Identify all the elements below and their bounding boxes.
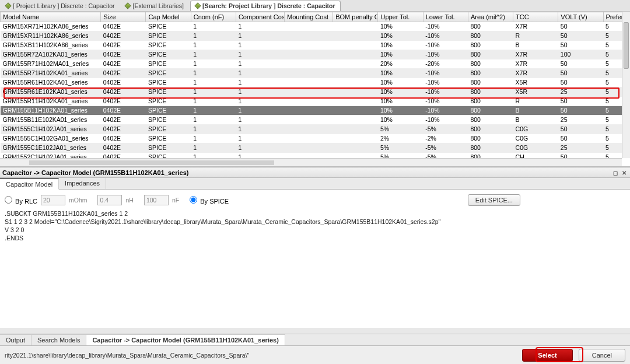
- undock-icon[interactable]: ◻: [612, 170, 619, 176]
- vertical-scrollbar[interactable]: [622, 12, 630, 158]
- top-tab[interactable]: [ Project Library ] Discrete : Capacitor: [1, 1, 119, 11]
- column-header[interactable]: Cap Model: [146, 12, 191, 22]
- radio-by-spice[interactable]: By SPICE: [190, 196, 229, 205]
- top-tab[interactable]: [External Libraries]: [121, 1, 188, 11]
- l-input: [97, 195, 122, 205]
- column-header[interactable]: Cnom (nF): [191, 12, 236, 22]
- table-row[interactable]: GRM155R61E102KA01_series0402ESPICE1110%-…: [1, 88, 622, 97]
- detail-panel: Capacitor -> Capacitor Model (GRM155B11H…: [0, 167, 630, 328]
- bottom-tab-bar: Output Search Models Capacitor -> Capaci…: [0, 334, 630, 345]
- horizontal-scrollbar[interactable]: [0, 158, 622, 166]
- column-header[interactable]: VOLT (V): [558, 12, 603, 22]
- table-row[interactable]: GRM155B11H102KA01_series0402ESPICE1110%-…: [1, 106, 622, 116]
- table-row[interactable]: GRM1555C1E102JA01_series0402ESPICE115%-5…: [1, 144, 622, 153]
- select-button[interactable]: Select: [522, 349, 572, 362]
- table-row[interactable]: GRM1552C1H102JA01_series0402ESPICE115%-5…: [1, 153, 622, 159]
- column-header[interactable]: Model Name: [1, 12, 101, 22]
- column-header[interactable]: Size: [101, 12, 146, 22]
- table-row[interactable]: GRM1555C1H102JA01_series0402ESPICE115%-5…: [1, 125, 622, 134]
- c-input: [144, 195, 169, 205]
- table-row[interactable]: GRM155R11H102KA01_series0402ESPICE1110%-…: [1, 97, 622, 106]
- column-header[interactable]: Component Cost: [236, 12, 284, 22]
- tab-output[interactable]: Output: [0, 334, 32, 345]
- edit-spice-button[interactable]: Edit SPICE...: [468, 194, 520, 206]
- results-grid: Model NameSizeCap ModelCnom (nF)Componen…: [0, 12, 630, 167]
- column-header[interactable]: BOM penalty Cost: [333, 12, 378, 22]
- table-row[interactable]: GRM1555C1H102GA01_series0402ESPICE112%-2…: [1, 134, 622, 144]
- top-tab[interactable]: [Search: Project Library ] Discrete : Ca…: [190, 1, 341, 11]
- spice-netlist: .SUBCKT GRM155B11H102KA01_series 1 2 S1 …: [5, 209, 625, 242]
- detail-sub-tabs: Capacitor Model Impedances: [0, 178, 630, 190]
- table-row[interactable]: GRM15XB11H102KA86_series0402ESPICE1110%-…: [1, 41, 622, 50]
- column-header[interactable]: TCC: [513, 12, 558, 22]
- tab-search-models[interactable]: Search Models: [32, 334, 86, 345]
- table-row[interactable]: GRM155R61H102KA01_series0402ESPICE1110%-…: [1, 78, 622, 88]
- tab-capacitor-model-bottom[interactable]: Capacitor -> Capacitor Model (GRM155B11H…: [86, 334, 285, 345]
- column-header[interactable]: Upper Tol.: [378, 12, 423, 22]
- table-row[interactable]: GRM15XR71H102KA86_series0402ESPICE1110%-…: [1, 22, 622, 32]
- tab-capacitor-model[interactable]: Capacitor Model: [0, 178, 59, 190]
- close-icon[interactable]: ✕: [621, 170, 628, 176]
- detail-title: Capacitor -> Capacitor Model (GRM155B11H…: [2, 169, 188, 176]
- cancel-button[interactable]: Cancel: [579, 349, 625, 362]
- tab-impedances[interactable]: Impedances: [59, 178, 106, 189]
- r-input: [41, 195, 65, 205]
- radio-by-rlc[interactable]: By RLC: [5, 196, 37, 205]
- column-header[interactable]: Area (mil^2): [468, 12, 513, 22]
- top-tab-bar: [ Project Library ] Discrete : Capacitor…: [0, 0, 630, 12]
- column-header[interactable]: Preference: [603, 12, 622, 22]
- table-row[interactable]: GRM155R72A102KA01_series0402ESPICE1110%-…: [1, 50, 622, 60]
- table-row[interactable]: GRM15XR11H102KA86_series0402ESPICE1110%-…: [1, 32, 622, 41]
- table-row[interactable]: GRM155R71H102KA01_series0402ESPICE1110%-…: [1, 69, 622, 78]
- table-row[interactable]: GRM155R71H102MA01_series0402ESPICE1120%-…: [1, 60, 622, 69]
- results-table[interactable]: Model NameSizeCap ModelCnom (nF)Componen…: [0, 12, 622, 158]
- column-header[interactable]: Mounting Cost: [285, 12, 333, 22]
- footer-path: rity2021.1\share\library\decap_library\M…: [5, 352, 249, 359]
- column-header[interactable]: Lower Tol.: [423, 12, 468, 22]
- footer-bar: rity2021.1\share\library\decap_library\M…: [0, 345, 630, 364]
- table-row[interactable]: GRM155B11E102KA01_series0402ESPICE1110%-…: [1, 116, 622, 125]
